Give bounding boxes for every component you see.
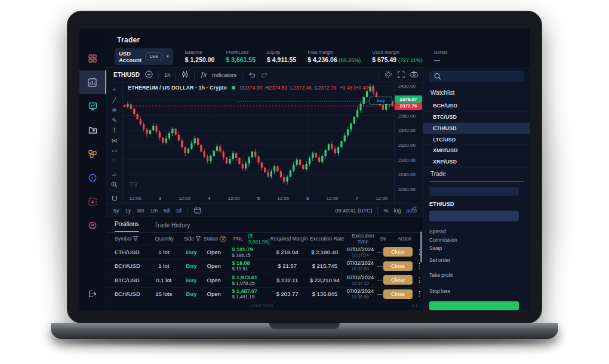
clock-utc[interactable]: 09:40:41 (UTC): [335, 208, 372, 214]
emoji-tool-icon[interactable]: ♡: [109, 156, 121, 166]
close-position-button[interactable]: Close: [383, 289, 413, 299]
go-to-date-calendar-icon[interactable]: [194, 206, 201, 215]
main-column: Trader USD Account Live ▾ Balance $ 1,25…: [106, 29, 423, 310]
close-position-button[interactable]: Close: [383, 247, 413, 257]
time-axis[interactable]: 12:00 3 12:00 4 12:00 5 12:00 6 12:00 7 …: [123, 193, 394, 203]
tab-trade-history[interactable]: Trade History: [155, 222, 190, 232]
fib-lines-icon[interactable]: ≣: [109, 105, 121, 115]
buy-button[interactable]: [429, 301, 519, 310]
right-panel: Watchlist BCH/USD BTC/USD ETH/USD LTC/US…: [423, 67, 530, 310]
position-row[interactable]: BCH/USD 1 lot Buy Open $ 19.08$ 19.51 $ …: [106, 260, 423, 274]
fx-icon: ƒx: [200, 72, 207, 78]
stat-used-margin: Used margin $ 675.49 (727.11%): [372, 50, 423, 63]
position-tool-icon[interactable]: ▭: [109, 146, 121, 156]
market-monitor-icon[interactable]: [79, 94, 106, 118]
support-icon[interactable]: [79, 214, 106, 237]
row-menu-icon[interactable]: ⋮: [416, 290, 423, 298]
log-scale-button[interactable]: log: [393, 208, 401, 214]
set-order-label[interactable]: Set order: [429, 256, 524, 264]
watchlist-item[interactable]: XRP/USD: [423, 156, 530, 168]
range-5y[interactable]: 5y: [113, 208, 119, 214]
watchlist-title: Watchlist: [429, 87, 524, 100]
positions-scrollbar[interactable]: [420, 232, 422, 263]
market-status-dot: [232, 86, 235, 90]
indicators-button[interactable]: Indicators: [212, 72, 236, 78]
axis-settings-gear-icon[interactable]: [411, 205, 418, 213]
trendline-icon[interactable]: ╱: [109, 95, 121, 104]
filter-icon: [133, 236, 138, 241]
range-3m[interactable]: 3m: [137, 208, 144, 214]
row-menu-icon[interactable]: ⋮: [416, 262, 423, 270]
candlestick-chart[interactable]: ETHEREUM / US DOLLAR · 1h · Crypto O2374…: [123, 82, 394, 193]
trader-chart-icon[interactable]: [79, 70, 106, 94]
price-axis[interactable]: 2400.00 2380.00 2360.00 2340.00 2320.00 …: [394, 82, 423, 203]
documents-icon[interactable]: [79, 118, 106, 142]
candle-style-icon[interactable]: [182, 70, 189, 79]
range-5d[interactable]: 5d: [164, 208, 170, 214]
close-position-button[interactable]: Close: [383, 275, 413, 285]
positions-tabs: Positions Trade History: [106, 217, 423, 233]
account-stats: Balance $ 1,250.00 Profit/Loss $ 3,661.5…: [185, 50, 448, 63]
laptop-mockup: Trader USD Account Live ▾ Balance $ 1,25…: [0, 0, 609, 364]
status-filter-icon[interactable]: [220, 236, 226, 242]
pattern-tool-icon[interactable]: ⋈: [109, 135, 121, 145]
interval-button[interactable]: 1h: [164, 72, 171, 78]
undo-icon[interactable]: [248, 72, 256, 79]
watchlist-item[interactable]: BCH/USD: [423, 100, 530, 112]
buy-price-tag: 2378.97: [395, 95, 422, 103]
brush-icon[interactable]: ✎: [109, 115, 121, 125]
redo-icon[interactable]: [261, 72, 269, 79]
dashboard-grid-icon[interactable]: [79, 47, 106, 70]
account-selector[interactable]: USD Account Live ▾: [115, 48, 173, 65]
positions-table-header: Symbol Quantity Side Status PNL ($ 3,661…: [106, 233, 423, 245]
tradingview-watermark: TV: [129, 181, 138, 189]
stat-bonus: Bonus ---: [434, 50, 448, 63]
measure-icon[interactable]: ▱: [109, 170, 121, 180]
position-row[interactable]: BTC/USD 0.1 lot Buy Open $ 1,973.61$ 1,9…: [106, 273, 423, 288]
spread-label: Spread: [429, 227, 524, 236]
tab-positions[interactable]: Positions: [115, 221, 139, 232]
stop-loss-label[interactable]: Stop loss: [429, 287, 524, 295]
crosshair-icon[interactable]: +: [109, 85, 121, 94]
chart-region: + ╱ ≣ ✎ T ⋈ ▭ ♡ ▱: [106, 82, 423, 203]
laptop-base-shadow: [66, 339, 543, 345]
close-position-button[interactable]: Close: [383, 261, 413, 271]
drawing-toolbar: + ╱ ≣ ✎ T ⋈ ▭ ♡ ▱: [106, 82, 123, 203]
downloads-icon[interactable]: [79, 190, 106, 214]
compare-plus-icon[interactable]: [145, 70, 153, 79]
stat-equity: Equity $ 4,911.55: [267, 50, 296, 63]
chevron-down-icon: ▾: [167, 54, 169, 59]
order-type-select[interactable]: [429, 187, 519, 196]
symbol-search-input[interactable]: [429, 71, 524, 82]
watchlist-item[interactable]: LTC/USD: [423, 134, 530, 146]
range-1d[interactable]: 1d: [176, 208, 182, 214]
percent-scale-button[interactable]: %: [383, 208, 388, 214]
watchlist-item[interactable]: BTC/USD: [423, 112, 530, 123]
quantity-input[interactable]: [429, 211, 519, 221]
buy-order-label[interactable]: buy: [370, 97, 392, 104]
stat-balance: Balance $ 1,250.00: [185, 50, 215, 63]
chart-settings-gear-icon[interactable]: [385, 70, 392, 79]
search-icon: [434, 73, 441, 80]
laptop-notch: [269, 323, 340, 329]
watchlist-item-selected[interactable]: ETH/USD: [423, 123, 530, 134]
snapshot-camera-icon[interactable]: [410, 71, 418, 79]
range-1m[interactable]: 1m: [150, 208, 158, 214]
watchlist-item[interactable]: XMR/USD: [423, 145, 530, 156]
titlebar: Trader: [106, 29, 423, 45]
load-more-button[interactable]: Load More ...: [250, 303, 278, 308]
take-profit-label[interactable]: Take profit: [429, 271, 524, 279]
magnet-icon[interactable]: [109, 194, 121, 203]
logout-icon[interactable]: [79, 282, 106, 306]
row-menu-icon[interactable]: ⋮: [416, 276, 423, 284]
widgets-icon[interactable]: [79, 142, 106, 166]
position-row[interactable]: BCH/USD 15 lots Buy Open $ 1,487.07$ 1,4…: [106, 288, 423, 302]
text-tool-icon[interactable]: T: [109, 125, 121, 135]
symbol-button[interactable]: ETH/USD: [113, 72, 140, 78]
trading-app-window: Trader USD Account Live ▾ Balance $ 1,25…: [79, 29, 530, 310]
range-1y[interactable]: 1y: [125, 208, 131, 214]
zoom-in-icon[interactable]: [109, 180, 121, 190]
fullscreen-icon[interactable]: [398, 71, 405, 79]
info-icon[interactable]: [79, 166, 106, 190]
position-row[interactable]: ETH/USD 1 lot Buy Open $ 181.79$ 186.15 …: [106, 245, 423, 260]
